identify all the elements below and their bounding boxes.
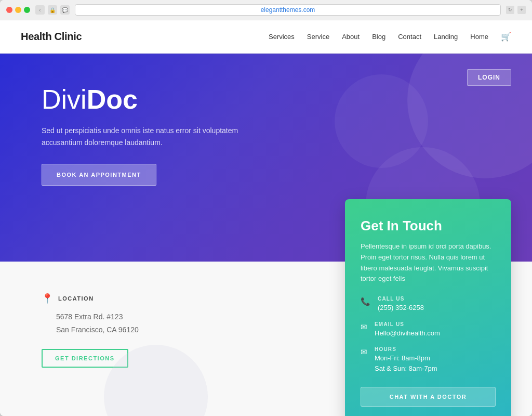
add-tab-button[interactable]: + — [517, 6, 526, 14]
cart-icon[interactable]: 🛒 — [501, 32, 511, 42]
nav-link-about[interactable]: About — [342, 33, 360, 41]
contact-call-content: CALL US (255) 352-6258 — [378, 296, 424, 313]
hero-title: DiviDoc — [42, 85, 490, 114]
minimize-dot[interactable] — [15, 7, 21, 13]
location-label: LOCATION — [58, 295, 94, 302]
url-bar[interactable]: elegantthemes.com — [75, 4, 501, 16]
site-logo: Health Clinic — [21, 31, 82, 43]
contact-card: Get In Touch Pellentesque in ipsum id or… — [345, 199, 511, 416]
nav-link-services[interactable]: Services — [269, 33, 295, 41]
login-button[interactable]: LOGIN — [467, 69, 511, 86]
browser-action-buttons: ↻ + — [506, 6, 526, 14]
nav-link-blog[interactable]: Blog — [372, 33, 385, 41]
contact-email-content: EMAIL US Hello@divihealth.com — [375, 321, 440, 339]
hero-title-bold: Doc — [87, 84, 138, 114]
book-appointment-button[interactable]: BOOK AN APPOINTMENT — [42, 164, 156, 186]
nav-link-service[interactable]: Service — [307, 33, 329, 41]
lower-section: 📍 LOCATION 5678 Extra Rd. #123 San Franc… — [0, 262, 532, 416]
get-directions-button[interactable]: GET DIRECTIONS — [42, 349, 128, 368]
maximize-dot[interactable] — [24, 7, 30, 13]
contact-email-item: ✉ EMAIL US Hello@divihealth.com — [361, 321, 496, 339]
contact-card-description: Pellentesque in ipsum id orci porta dapi… — [361, 241, 496, 284]
email-label: EMAIL US — [375, 321, 440, 327]
nav-links: Services Service About Blog Contact Land… — [269, 32, 511, 42]
location-icon: 📍 — [42, 293, 53, 304]
lock-icon: 🔒 — [48, 5, 57, 15]
phone-icon: 📞 — [361, 297, 370, 306]
contact-hours-content: HOURS Mon-Fri: 8am-8pm Sat & Sun: 8am-7p… — [375, 346, 437, 373]
hours-icon: ✉ — [361, 347, 367, 357]
browser-nav-controls: ‹ 🔒 💬 — [35, 5, 70, 15]
window-controls — [6, 7, 30, 13]
page-content: Health Clinic Services Service About Blo… — [0, 20, 532, 416]
browser-window: ‹ 🔒 💬 elegantthemes.com ↻ + Health Clini… — [0, 0, 532, 416]
call-label: CALL US — [378, 296, 424, 302]
back-button[interactable]: ‹ — [35, 5, 45, 15]
hours-line1: Mon-Fri: 8am-8pm — [375, 353, 437, 363]
nav-link-landing[interactable]: Landing — [434, 33, 458, 41]
hours-label: HOURS — [375, 346, 437, 352]
chat-with-doctor-button[interactable]: CHAT WITH A DOCTOR — [361, 387, 496, 407]
contact-card-title: Get In Touch — [361, 218, 496, 234]
contact-hours-item: ✉ HOURS Mon-Fri: 8am-8pm Sat & Sun: 8am-… — [361, 346, 496, 373]
browser-chrome: ‹ 🔒 💬 elegantthemes.com ↻ + — [0, 0, 532, 20]
email-icon: ✉ — [361, 322, 367, 332]
chat-icon: 💬 — [60, 5, 70, 15]
hours-line2: Sat & Sun: 8am-7pm — [375, 363, 437, 374]
contact-call-item: 📞 CALL US (255) 352-6258 — [361, 296, 496, 313]
main-nav: Health Clinic Services Service About Blo… — [0, 20, 532, 54]
call-value: (255) 352-6258 — [378, 303, 424, 313]
email-value: Hello@divihealth.com — [375, 328, 440, 339]
refresh-icon[interactable]: ↻ — [506, 6, 514, 14]
nav-link-home[interactable]: Home — [470, 33, 488, 41]
nav-link-contact[interactable]: Contact — [398, 33, 421, 41]
hero-title-light: Divi — [42, 84, 87, 114]
close-dot[interactable] — [6, 7, 12, 13]
hero-subtitle: Sed ut perspiciatis unde omnis iste natu… — [42, 125, 239, 148]
